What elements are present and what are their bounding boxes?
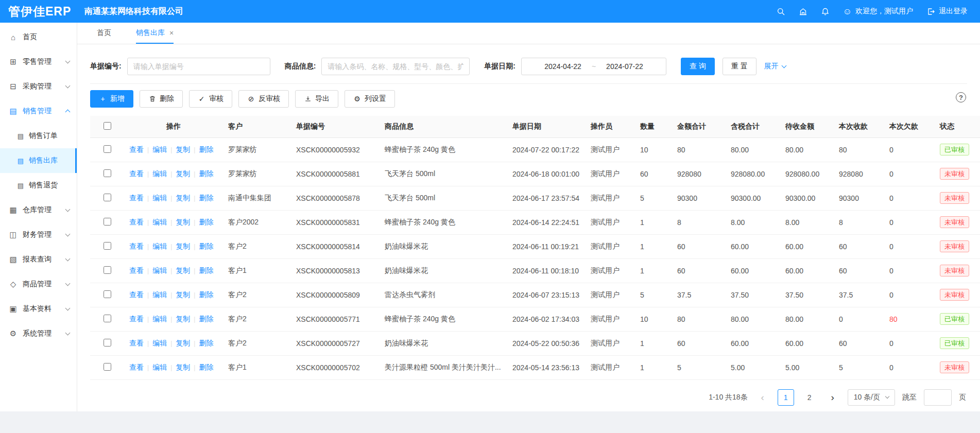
row-action-edit[interactable]: 编辑 <box>152 194 167 202</box>
order-no-input[interactable] <box>127 58 270 75</box>
page-button-2[interactable]: 2 <box>801 389 818 406</box>
select-all-checkbox[interactable] <box>104 122 111 130</box>
logout-button[interactable]: 退出登录 <box>926 7 968 16</box>
row-checkbox[interactable] <box>104 339 111 347</box>
row-action-delete[interactable]: 删除 <box>199 169 213 178</box>
date-range-picker[interactable]: 2024-04-22 ~ 2024-07-22 <box>521 58 666 75</box>
row-action-edit[interactable]: 编辑 <box>152 145 167 153</box>
row-checkbox[interactable] <box>104 315 111 322</box>
row-checkbox[interactable] <box>104 145 111 153</box>
sidebar-item-product[interactable]: ◇商品管理 <box>0 272 77 297</box>
row-checkbox-cell <box>90 162 124 186</box>
row-action-edit[interactable]: 编辑 <box>152 290 167 299</box>
row-action-delete[interactable]: 删除 <box>199 145 213 153</box>
row-action-copy[interactable]: 复制 <box>176 218 190 226</box>
column-settings-button[interactable]: ⚙ 列设置 <box>345 90 395 108</box>
jump-page-input[interactable] <box>924 389 952 406</box>
page-button-1[interactable]: 1 <box>778 389 794 406</box>
row-action-view[interactable]: 查看 <box>129 194 144 202</box>
tab-home[interactable]: 首页 <box>97 23 111 44</box>
row-action-edit[interactable]: 编辑 <box>152 339 167 347</box>
row-action-view[interactable]: 查看 <box>129 169 144 178</box>
row-action-view[interactable]: 查看 <box>129 266 144 274</box>
add-button[interactable]: + 新增 <box>90 90 133 108</box>
row-action-copy[interactable]: 复制 <box>176 169 190 178</box>
sidebar-subitem-sales-return[interactable]: ▤销售退货 <box>0 173 77 198</box>
row-action-copy[interactable]: 复制 <box>176 363 190 371</box>
page-size-value: 10 条/页 <box>854 393 880 402</box>
expand-filters-link[interactable]: 展开 <box>764 62 786 71</box>
row-action-copy[interactable]: 复制 <box>176 315 190 323</box>
row-action-view[interactable]: 查看 <box>129 339 144 347</box>
export-button[interactable]: 导出 <box>295 90 338 108</box>
row-action-delete[interactable]: 删除 <box>199 218 213 226</box>
user-welcome[interactable]: ☺ 欢迎您，测试用户 <box>843 7 913 16</box>
row-action-view[interactable]: 查看 <box>129 242 144 250</box>
action-separator: | <box>194 291 195 299</box>
row-action-edit[interactable]: 编辑 <box>152 315 167 323</box>
unaudit-button[interactable]: ⊘ 反审核 <box>238 90 289 108</box>
purchase-icon: ⊟ <box>8 82 18 91</box>
row-action-delete[interactable]: 删除 <box>199 242 213 250</box>
row-action-edit[interactable]: 编辑 <box>152 242 167 250</box>
row-action-copy[interactable]: 复制 <box>176 266 190 274</box>
row-action-view[interactable]: 查看 <box>129 290 144 299</box>
row-action-view[interactable]: 查看 <box>129 315 144 323</box>
next-page-icon[interactable]: › <box>825 389 840 406</box>
row-checkbox[interactable] <box>104 218 111 226</box>
row-checkbox[interactable] <box>104 363 111 371</box>
audit-button[interactable]: ✓ 审核 <box>189 90 232 108</box>
row-checkbox[interactable] <box>104 242 111 250</box>
sidebar-subitem-sales-order[interactable]: ▤销售订单 <box>0 124 77 148</box>
row-action-delete[interactable]: 删除 <box>199 194 213 202</box>
help-icon[interactable]: ? <box>956 92 966 102</box>
row-action-copy[interactable]: 复制 <box>176 194 190 202</box>
row-action-view[interactable]: 查看 <box>129 218 144 226</box>
tab-sales-outbound[interactable]: 销售出库 × <box>136 23 174 44</box>
page-size-select[interactable]: 10 条/页 <box>848 389 895 406</box>
row-action-edit[interactable]: 编辑 <box>152 169 167 178</box>
row-action-copy[interactable]: 复制 <box>176 145 190 153</box>
row-action-edit[interactable]: 编辑 <box>152 218 167 226</box>
row-action-copy[interactable]: 复制 <box>176 290 190 299</box>
product-info-input[interactable] <box>321 58 470 75</box>
sidebar-item-report[interactable]: ▧报表查询 <box>0 247 77 272</box>
sidebar-item-basicdata[interactable]: ▣基本资料 <box>0 297 77 321</box>
row-checkbox[interactable] <box>104 169 111 177</box>
row-action-delete[interactable]: 删除 <box>199 363 213 371</box>
sidebar-item-finance[interactable]: ◫财务管理 <box>0 222 77 247</box>
row-action-edit[interactable]: 编辑 <box>152 363 167 371</box>
date-from-value[interactable]: 2024-04-22 <box>544 62 581 71</box>
row-action-delete[interactable]: 删除 <box>199 290 213 299</box>
row-action-edit[interactable]: 编辑 <box>152 266 167 274</box>
row-action-view[interactable]: 查看 <box>129 363 144 371</box>
row-checkbox[interactable] <box>104 290 111 298</box>
sidebar-item-label: 商品管理 <box>23 280 66 289</box>
search-button[interactable]: 查 询 <box>681 58 715 75</box>
reset-button[interactable]: 重 置 <box>723 58 757 75</box>
sidebar-item-warehouse[interactable]: ▦仓库管理 <box>0 198 77 222</box>
bell-icon[interactable] <box>821 7 830 16</box>
row-checkbox[interactable] <box>104 266 111 274</box>
delete-button[interactable]: 删除 <box>140 90 183 108</box>
cell-tax-total: 5.00 <box>726 355 780 379</box>
sidebar-item-system[interactable]: ⚙系统管理 <box>0 321 77 346</box>
sidebar-subitem-sales-outbound[interactable]: ▤销售出库 <box>0 148 77 173</box>
sidebar-item-home[interactable]: ⌂首页 <box>0 25 77 49</box>
row-action-copy[interactable]: 复制 <box>176 242 190 250</box>
sidebar-item-purchase[interactable]: ⊟采购管理 <box>0 74 77 99</box>
row-checkbox[interactable] <box>104 194 111 201</box>
row-action-delete[interactable]: 删除 <box>199 315 213 323</box>
home-nav-icon[interactable] <box>799 7 807 16</box>
row-action-delete[interactable]: 删除 <box>199 339 213 347</box>
search-icon[interactable] <box>777 7 785 16</box>
row-action-copy[interactable]: 复制 <box>176 339 190 347</box>
row-action-view[interactable]: 查看 <box>129 145 144 153</box>
row-action-delete[interactable]: 删除 <box>199 266 213 274</box>
sidebar-item-sales[interactable]: ▤销售管理 <box>0 99 77 124</box>
app-logo[interactable]: 管伊佳ERP <box>0 4 77 20</box>
sidebar-item-retail[interactable]: ⊞零售管理 <box>0 49 77 74</box>
date-to-value[interactable]: 2024-07-22 <box>606 62 643 71</box>
prev-page-icon[interactable]: ‹ <box>755 389 770 406</box>
close-icon[interactable]: × <box>169 29 174 37</box>
